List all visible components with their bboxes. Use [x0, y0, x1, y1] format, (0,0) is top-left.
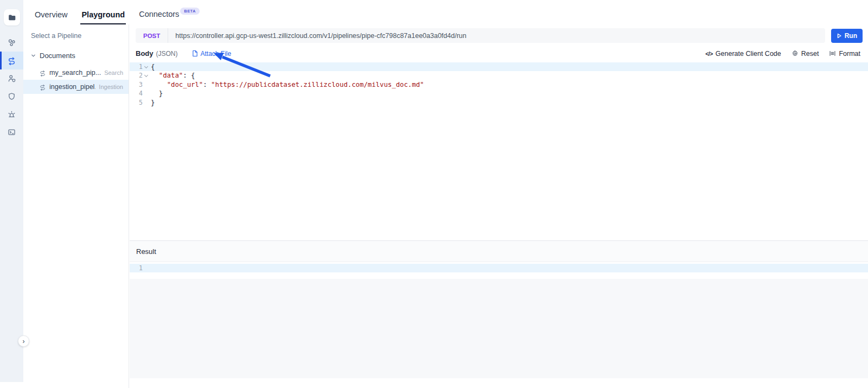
attach-file-button[interactable]: Attach File — [192, 50, 232, 58]
fold-chevron-icon[interactable] — [143, 73, 149, 79]
panel-title: Select a Pipeline — [23, 24, 129, 40]
code-line[interactable]: 1 { — [130, 62, 868, 71]
result-line[interactable]: 1 — [130, 264, 868, 272]
sidebar-item-security[interactable] — [0, 87, 23, 105]
chevron-down-icon — [31, 53, 36, 58]
user-shield-icon — [7, 74, 16, 83]
pipeline-name: my_search_pip... — [49, 69, 101, 77]
pipeline-icon — [39, 69, 46, 77]
pipelines-playground-page: › Overview Playground ConnectorsBETA Sel… — [0, 0, 868, 388]
request-row: POST https://controller.api.gcp-us-west1… — [130, 24, 868, 46]
body-actions: </> Generate Client Code Reset Format — [705, 50, 860, 58]
playground-main: POST https://controller.api.gcp-us-west1… — [130, 24, 868, 388]
tab-playground[interactable]: Playground — [80, 10, 126, 24]
fold-chevron-icon[interactable] — [143, 64, 149, 70]
body-toolbar: Body (JSON) Attach File </> Generate Cli… — [130, 46, 868, 61]
generate-client-code-button[interactable]: </> Generate Client Code — [705, 50, 781, 58]
documents-group-toggle[interactable]: Documents — [23, 40, 129, 60]
gear-icon — [792, 50, 799, 57]
run-button[interactable]: Run — [831, 29, 863, 43]
pipeline-icon — [39, 84, 46, 91]
alarm-icon — [7, 110, 16, 119]
project-folder-button[interactable] — [4, 9, 20, 26]
result-title: Result — [136, 247, 156, 256]
tab-overview[interactable]: Overview — [34, 10, 68, 24]
code-line[interactable]: 4 } — [130, 89, 868, 98]
sidebar-item-pipelines[interactable] — [0, 52, 23, 69]
code-line[interactable]: 2 "data": { — [130, 71, 868, 80]
format-icon — [829, 50, 836, 57]
request-url-bar[interactable]: POST https://controller.api.gcp-us-west1… — [136, 28, 825, 43]
http-method-badge: POST — [136, 33, 168, 39]
panel-expand-button[interactable]: › — [18, 335, 29, 347]
sidebar-item-console[interactable] — [0, 123, 23, 141]
pipeline-name: ingestion_pipel... — [49, 83, 95, 91]
pipeline-panel: Select a Pipeline Documents my_search_pi… — [23, 24, 129, 388]
result-header: Result — [130, 241, 868, 262]
sidebar-item-alerts[interactable] — [0, 105, 23, 123]
request-url: https://controller.api.gcp-us-west1.zill… — [168, 32, 473, 40]
main-background — [130, 279, 868, 378]
pipeline-type-badge: Search — [104, 69, 123, 76]
body-label: Body — [136, 49, 154, 58]
code-icon: </> — [705, 50, 713, 57]
folder-icon — [8, 13, 16, 22]
reset-button[interactable]: Reset — [792, 50, 819, 58]
sidebar-item-clusters[interactable] — [0, 34, 23, 52]
sidebar-item-access[interactable] — [0, 69, 23, 87]
beta-badge: BETA — [180, 8, 199, 15]
tab-connectors[interactable]: ConnectorsBETA — [138, 10, 201, 24]
icon-sidebar — [0, 0, 23, 382]
format-button[interactable]: Format — [829, 50, 860, 58]
pipeline-type-badge: Ingestion — [99, 84, 123, 90]
pipeline-item-ingestion[interactable]: ingestion_pipel... Ingestion — [23, 80, 129, 94]
body-format-hint: (JSON) — [156, 50, 178, 58]
sidebar-nav — [0, 34, 23, 141]
code-line[interactable]: 5 } — [130, 98, 868, 107]
pipeline-list: my_search_pip... Search ingestion_pipel.… — [23, 66, 129, 94]
chevron-right-icon: › — [23, 338, 25, 345]
top-tab-bar: Overview Playground ConnectorsBETA — [23, 0, 868, 24]
nodes-icon — [7, 38, 16, 47]
code-line[interactable]: 3 "doc_url": "https://publicdataset.zill… — [130, 80, 868, 89]
play-icon — [837, 33, 842, 39]
pipelines-icon — [7, 56, 16, 65]
shield-icon — [7, 92, 16, 101]
request-body-editor[interactable]: 1 { 2 "data": { 3 "doc_url": "https://pu… — [130, 61, 868, 241]
result-editor[interactable]: 1 — [130, 262, 868, 279]
terminal-icon — [7, 128, 16, 137]
file-icon — [192, 50, 198, 57]
pipeline-item-search[interactable]: my_search_pip... Search — [23, 66, 129, 80]
